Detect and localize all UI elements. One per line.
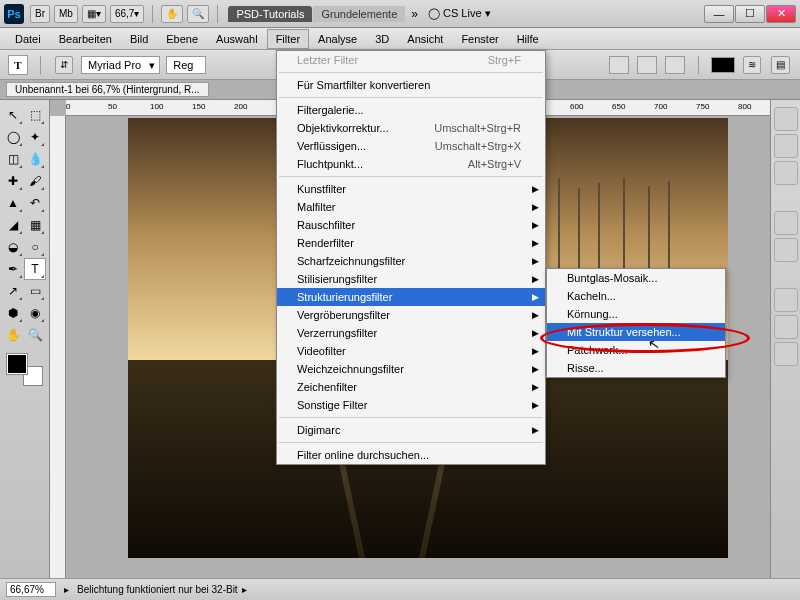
close-button[interactable]: ✕ xyxy=(766,5,796,23)
menuitem-patchwork-[interactable]: Patchwork... xyxy=(547,341,725,359)
pen-tool[interactable]: ✒ xyxy=(2,258,24,280)
status-bar: ▸ Belichtung funktioniert nur bei 32-Bit… xyxy=(0,578,800,600)
align-center-button[interactable] xyxy=(637,56,657,74)
zoom-input[interactable] xyxy=(6,582,56,597)
zoom-tool[interactable]: 🔍 xyxy=(24,324,46,346)
menu-ebene[interactable]: Ebene xyxy=(157,29,207,49)
document-tab[interactable]: Unbenannt-1 bei 66,7% (Hintergrund, R... xyxy=(6,82,209,97)
menuitem-strukturierungsfilter[interactable]: Strukturierungsfilter▶ xyxy=(277,288,545,306)
menuitem-videofilter[interactable]: Videofilter▶ xyxy=(277,342,545,360)
menu-bar: DateiBearbeitenBildEbeneAuswahlFilterAna… xyxy=(0,28,800,50)
menuitem-digimarc[interactable]: Digimarc▶ xyxy=(277,421,545,439)
swatches-panel-icon[interactable] xyxy=(774,134,798,158)
paths-panel-icon[interactable] xyxy=(774,342,798,366)
status-message: Belichtung funktioniert nur bei 32-Bit xyxy=(77,584,238,595)
menuitem-verzerrungsfilter[interactable]: Verzerrungsfilter▶ xyxy=(277,324,545,342)
gradient-tool[interactable]: ▦ xyxy=(24,214,46,236)
3d-tool[interactable]: ⬢ xyxy=(2,302,24,324)
eyedropper-tool[interactable]: 💧 xyxy=(24,148,46,170)
adjustments-panel-icon[interactable] xyxy=(774,211,798,235)
menuitem-vergr-berungsfilter[interactable]: Vergröberungsfilter▶ xyxy=(277,306,545,324)
zoom-tool-shortcut[interactable]: 🔍 xyxy=(187,5,209,23)
menu-fenster[interactable]: Fenster xyxy=(452,29,507,49)
crop-tool[interactable]: ◫ xyxy=(2,148,24,170)
menuitem-letzter-filter: Letzter FilterStrg+F xyxy=(277,51,545,69)
menuitem-fluchtpunkt-[interactable]: Fluchtpunkt...Alt+Strg+V xyxy=(277,155,545,173)
lasso-tool[interactable]: ◯ xyxy=(2,126,24,148)
menuitem-zeichenfilter[interactable]: Zeichenfilter▶ xyxy=(277,378,545,396)
window-controls: — ☐ ✕ xyxy=(703,5,796,23)
font-style-select[interactable]: Reg xyxy=(166,56,206,74)
channels-panel-icon[interactable] xyxy=(774,315,798,339)
menu-3d[interactable]: 3D xyxy=(366,29,398,49)
menuitem-filter-online-durchsuchen-[interactable]: Filter online durchsuchen... xyxy=(277,446,545,464)
shape-tool[interactable]: ▭ xyxy=(24,280,46,302)
heal-tool[interactable]: ✚ xyxy=(2,170,24,192)
dodge-tool[interactable]: ○ xyxy=(24,236,46,258)
menu-bearbeiten[interactable]: Bearbeiten xyxy=(50,29,121,49)
blur-tool[interactable]: ◒ xyxy=(2,236,24,258)
menuitem-filtergalerie-[interactable]: Filtergalerie... xyxy=(277,101,545,119)
warp-text-button[interactable]: ≋ xyxy=(743,56,761,74)
menuitem-malfilter[interactable]: Malfilter▶ xyxy=(277,198,545,216)
char-panel-button[interactable]: ▤ xyxy=(771,56,790,74)
color-swatches[interactable] xyxy=(5,352,45,388)
zoom-dropdown[interactable]: 66,7 ▾ xyxy=(110,5,144,23)
menu-analyse[interactable]: Analyse xyxy=(309,29,366,49)
menuitem-weichzeichnungsfilter[interactable]: Weichzeichnungsfilter▶ xyxy=(277,360,545,378)
text-color-swatch[interactable] xyxy=(711,57,735,73)
menuitem-stilisierungsfilter[interactable]: Stilisierungsfilter▶ xyxy=(277,270,545,288)
styles-panel-icon[interactable] xyxy=(774,161,798,185)
menuitem-kacheln-[interactable]: Kacheln... xyxy=(547,287,725,305)
menuitem-scharfzeichnungsfilter[interactable]: Scharfzeichnungsfilter▶ xyxy=(277,252,545,270)
font-family-select[interactable]: Myriad Pro▾ xyxy=(81,56,160,74)
menu-datei[interactable]: Datei xyxy=(6,29,50,49)
orientation-toggle[interactable]: ⇵ xyxy=(55,56,73,74)
menu-filter[interactable]: Filter xyxy=(267,29,309,49)
menuitem-kunstfilter[interactable]: Kunstfilter▶ xyxy=(277,180,545,198)
menu-auswahl[interactable]: Auswahl xyxy=(207,29,267,49)
eraser-tool[interactable]: ◢ xyxy=(2,214,24,236)
move-tool[interactable]: ↖ xyxy=(2,104,24,126)
toolbox: ↖⬚ ◯✦ ◫💧 ✚🖌 ▲↶ ◢▦ ◒○ ✒T ↗▭ ⬢◉ ✋🔍 xyxy=(0,100,50,578)
history-brush-tool[interactable]: ↶ xyxy=(24,192,46,214)
hand-tool[interactable]: ✋ xyxy=(2,324,24,346)
align-right-button[interactable] xyxy=(665,56,685,74)
minibridge-button[interactable]: Mb xyxy=(54,5,78,23)
type-tool-indicator: T xyxy=(8,55,28,75)
minimize-button[interactable]: — xyxy=(704,5,734,23)
menu-ansicht[interactable]: Ansicht xyxy=(398,29,452,49)
menuitem-k-rnung-[interactable]: Körnung... xyxy=(547,305,725,323)
layers-panel-icon[interactable] xyxy=(774,288,798,312)
menu-hilfe[interactable]: Hilfe xyxy=(508,29,548,49)
brush-tool[interactable]: 🖌 xyxy=(24,170,46,192)
menuitem-f-r-smartfilter-konvertieren[interactable]: Für Smartfilter konvertieren xyxy=(277,76,545,94)
menuitem-rauschfilter[interactable]: Rauschfilter▶ xyxy=(277,216,545,234)
menuitem-sonstige-filter[interactable]: Sonstige Filter▶ xyxy=(277,396,545,414)
menu-bild[interactable]: Bild xyxy=(121,29,157,49)
masks-panel-icon[interactable] xyxy=(774,238,798,262)
menuitem-risse-[interactable]: Risse... xyxy=(547,359,725,377)
arrange-button[interactable]: ▦▾ xyxy=(82,5,106,23)
wand-tool[interactable]: ✦ xyxy=(24,126,46,148)
filter-menu-dropdown: Letzter FilterStrg+FFür Smartfilter konv… xyxy=(276,50,546,465)
menuitem-verfl-ssigen-[interactable]: Verflüssigen...Umschalt+Strg+X xyxy=(277,137,545,155)
menuitem-mit-struktur-versehen-[interactable]: Mit Struktur versehen... xyxy=(547,323,725,341)
marquee-tool[interactable]: ⬚ xyxy=(24,104,46,126)
bridge-button[interactable]: Br xyxy=(30,5,50,23)
cslive-button[interactable]: ◯ CS Live ▾ xyxy=(428,7,491,20)
type-tool[interactable]: T xyxy=(24,258,46,280)
menuitem-buntglas-mosaik-[interactable]: Buntglas-Mosaik... xyxy=(547,269,725,287)
workspace-tab-active[interactable]: PSD-Tutorials xyxy=(228,6,312,22)
align-left-button[interactable] xyxy=(609,56,629,74)
hand-tool-shortcut[interactable]: ✋ xyxy=(161,5,183,23)
menuitem-objektivkorrektur-[interactable]: Objektivkorrektur...Umschalt+Strg+R xyxy=(277,119,545,137)
more-tabs-icon[interactable]: » xyxy=(411,7,418,21)
maximize-button[interactable]: ☐ xyxy=(735,5,765,23)
menuitem-renderfilter[interactable]: Renderfilter▶ xyxy=(277,234,545,252)
color-panel-icon[interactable] xyxy=(774,107,798,131)
workspace-tab[interactable]: Grundelemente xyxy=(313,6,405,22)
stamp-tool[interactable]: ▲ xyxy=(2,192,24,214)
path-select-tool[interactable]: ↗ xyxy=(2,280,24,302)
3d-camera-tool[interactable]: ◉ xyxy=(24,302,46,324)
